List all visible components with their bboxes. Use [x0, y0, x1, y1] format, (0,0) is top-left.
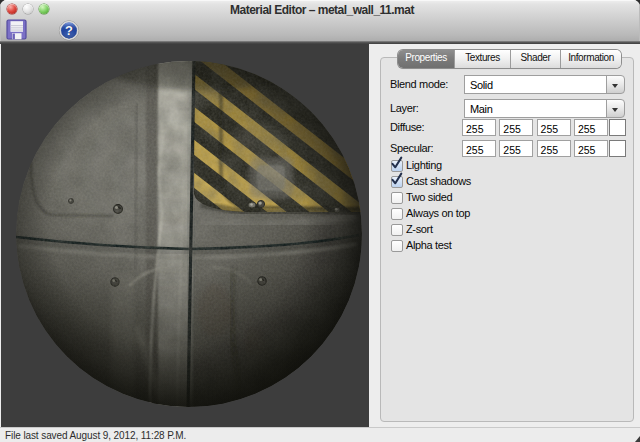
svg-text:?: ?	[65, 23, 73, 38]
